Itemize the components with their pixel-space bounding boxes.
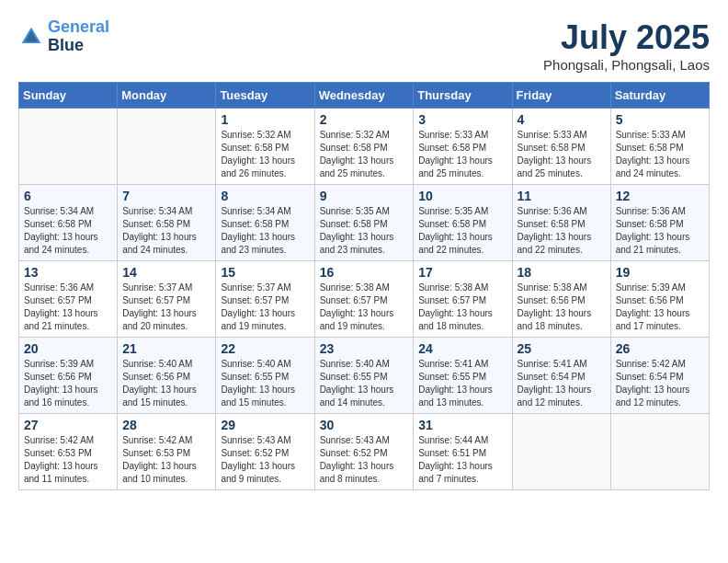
calendar-cell: 29Sunrise: 5:43 AMSunset: 6:52 PMDayligh… bbox=[216, 414, 314, 490]
calendar-cell: 30Sunrise: 5:43 AMSunset: 6:52 PMDayligh… bbox=[314, 414, 414, 490]
month-title: July 2025 bbox=[543, 18, 710, 57]
day-info: Sunrise: 5:38 AMSunset: 6:56 PMDaylight:… bbox=[518, 282, 606, 333]
day-number: 5 bbox=[616, 112, 704, 127]
calendar-cell bbox=[512, 414, 610, 490]
calendar-cell: 6Sunrise: 5:34 AMSunset: 6:58 PMDaylight… bbox=[19, 185, 118, 261]
day-info: Sunrise: 5:34 AMSunset: 6:58 PMDaylight:… bbox=[24, 205, 112, 257]
day-number: 11 bbox=[518, 189, 606, 203]
weekday-header-tuesday: Tuesday bbox=[216, 83, 314, 109]
calendar-cell: 4Sunrise: 5:33 AMSunset: 6:58 PMDaylight… bbox=[512, 109, 610, 185]
day-info: Sunrise: 5:39 AMSunset: 6:56 PMDaylight:… bbox=[24, 358, 112, 409]
calendar-cell: 24Sunrise: 5:41 AMSunset: 6:55 PMDayligh… bbox=[414, 338, 512, 414]
calendar-cell: 22Sunrise: 5:40 AMSunset: 6:55 PMDayligh… bbox=[216, 338, 314, 414]
day-info: Sunrise: 5:33 AMSunset: 6:58 PMDaylight:… bbox=[418, 129, 506, 180]
day-number: 26 bbox=[616, 341, 704, 356]
calendar-cell: 17Sunrise: 5:38 AMSunset: 6:57 PMDayligh… bbox=[414, 261, 512, 338]
calendar-cell: 27Sunrise: 5:42 AMSunset: 6:53 PMDayligh… bbox=[19, 414, 118, 490]
day-info: Sunrise: 5:41 AMSunset: 6:55 PMDaylight:… bbox=[418, 358, 506, 409]
day-info: Sunrise: 5:39 AMSunset: 6:56 PMDaylight:… bbox=[616, 282, 704, 333]
day-number: 2 bbox=[320, 112, 409, 127]
page-header: General Blue July 2025 Phongsali, Phongs… bbox=[18, 18, 710, 73]
calendar-cell: 20Sunrise: 5:39 AMSunset: 6:56 PMDayligh… bbox=[19, 338, 118, 414]
day-info: Sunrise: 5:43 AMSunset: 6:52 PMDaylight:… bbox=[320, 434, 409, 486]
day-info: Sunrise: 5:38 AMSunset: 6:57 PMDaylight:… bbox=[320, 282, 409, 333]
calendar-week-2: 6Sunrise: 5:34 AMSunset: 6:58 PMDaylight… bbox=[19, 185, 710, 261]
day-info: Sunrise: 5:43 AMSunset: 6:52 PMDaylight:… bbox=[221, 434, 309, 486]
weekday-header-friday: Friday bbox=[512, 83, 610, 109]
calendar-cell: 26Sunrise: 5:42 AMSunset: 6:54 PMDayligh… bbox=[610, 338, 709, 414]
day-number: 6 bbox=[24, 189, 112, 203]
day-number: 12 bbox=[616, 189, 704, 203]
calendar-cell: 10Sunrise: 5:35 AMSunset: 6:58 PMDayligh… bbox=[414, 185, 512, 261]
logo: General Blue bbox=[18, 18, 109, 55]
day-number: 16 bbox=[320, 265, 409, 280]
day-number: 17 bbox=[418, 265, 506, 280]
calendar-week-4: 20Sunrise: 5:39 AMSunset: 6:56 PMDayligh… bbox=[19, 338, 710, 414]
calendar-cell: 18Sunrise: 5:38 AMSunset: 6:56 PMDayligh… bbox=[512, 261, 610, 338]
day-number: 27 bbox=[24, 418, 112, 432]
calendar-cell: 19Sunrise: 5:39 AMSunset: 6:56 PMDayligh… bbox=[610, 261, 709, 338]
calendar-week-1: 1Sunrise: 5:32 AMSunset: 6:58 PMDaylight… bbox=[19, 109, 710, 185]
day-number: 15 bbox=[221, 265, 309, 280]
calendar-cell bbox=[19, 109, 118, 185]
calendar-cell: 1Sunrise: 5:32 AMSunset: 6:58 PMDaylight… bbox=[216, 109, 314, 185]
calendar-cell: 9Sunrise: 5:35 AMSunset: 6:58 PMDaylight… bbox=[314, 185, 414, 261]
day-info: Sunrise: 5:40 AMSunset: 6:56 PMDaylight:… bbox=[122, 358, 210, 409]
day-info: Sunrise: 5:41 AMSunset: 6:54 PMDaylight:… bbox=[518, 358, 606, 409]
day-info: Sunrise: 5:44 AMSunset: 6:51 PMDaylight:… bbox=[418, 434, 506, 486]
day-number: 9 bbox=[320, 189, 409, 203]
weekday-header-row: SundayMondayTuesdayWednesdayThursdayFrid… bbox=[19, 83, 710, 109]
weekday-header-wednesday: Wednesday bbox=[314, 83, 414, 109]
logo-text: General Blue bbox=[48, 18, 109, 55]
calendar-cell: 28Sunrise: 5:42 AMSunset: 6:53 PMDayligh… bbox=[118, 414, 216, 490]
day-number: 28 bbox=[122, 418, 210, 432]
weekday-header-sunday: Sunday bbox=[19, 83, 118, 109]
calendar-cell: 21Sunrise: 5:40 AMSunset: 6:56 PMDayligh… bbox=[118, 338, 216, 414]
day-number: 22 bbox=[221, 341, 309, 356]
day-info: Sunrise: 5:42 AMSunset: 6:53 PMDaylight:… bbox=[24, 434, 112, 486]
calendar-table: SundayMondayTuesdayWednesdayThursdayFrid… bbox=[18, 82, 710, 490]
calendar-cell: 12Sunrise: 5:36 AMSunset: 6:58 PMDayligh… bbox=[610, 185, 709, 261]
day-number: 23 bbox=[320, 341, 409, 356]
calendar-cell bbox=[118, 109, 216, 185]
day-info: Sunrise: 5:38 AMSunset: 6:57 PMDaylight:… bbox=[418, 282, 506, 333]
day-number: 14 bbox=[122, 265, 210, 280]
logo-icon bbox=[18, 24, 44, 50]
day-number: 29 bbox=[221, 418, 309, 432]
day-number: 3 bbox=[418, 112, 506, 127]
day-number: 31 bbox=[418, 418, 506, 432]
day-info: Sunrise: 5:35 AMSunset: 6:58 PMDaylight:… bbox=[418, 205, 506, 257]
calendar-cell bbox=[610, 414, 709, 490]
day-info: Sunrise: 5:37 AMSunset: 6:57 PMDaylight:… bbox=[122, 282, 210, 333]
calendar-cell: 5Sunrise: 5:33 AMSunset: 6:58 PMDaylight… bbox=[610, 109, 709, 185]
day-info: Sunrise: 5:42 AMSunset: 6:53 PMDaylight:… bbox=[122, 434, 210, 486]
calendar-cell: 15Sunrise: 5:37 AMSunset: 6:57 PMDayligh… bbox=[216, 261, 314, 338]
day-number: 21 bbox=[122, 341, 210, 356]
day-info: Sunrise: 5:42 AMSunset: 6:54 PMDaylight:… bbox=[616, 358, 704, 409]
title-block: July 2025 Phongsali, Phongsali, Laos bbox=[543, 18, 710, 73]
day-info: Sunrise: 5:32 AMSunset: 6:58 PMDaylight:… bbox=[320, 129, 409, 180]
day-info: Sunrise: 5:37 AMSunset: 6:57 PMDaylight:… bbox=[221, 282, 309, 333]
calendar-cell: 11Sunrise: 5:36 AMSunset: 6:58 PMDayligh… bbox=[512, 185, 610, 261]
calendar-cell: 23Sunrise: 5:40 AMSunset: 6:55 PMDayligh… bbox=[314, 338, 414, 414]
day-number: 1 bbox=[221, 112, 309, 127]
day-info: Sunrise: 5:32 AMSunset: 6:58 PMDaylight:… bbox=[221, 129, 309, 180]
day-info: Sunrise: 5:40 AMSunset: 6:55 PMDaylight:… bbox=[320, 358, 409, 409]
day-number: 30 bbox=[320, 418, 409, 432]
calendar-cell: 31Sunrise: 5:44 AMSunset: 6:51 PMDayligh… bbox=[414, 414, 512, 490]
calendar-cell: 14Sunrise: 5:37 AMSunset: 6:57 PMDayligh… bbox=[118, 261, 216, 338]
day-number: 25 bbox=[518, 341, 606, 356]
calendar-cell: 16Sunrise: 5:38 AMSunset: 6:57 PMDayligh… bbox=[314, 261, 414, 338]
day-number: 18 bbox=[518, 265, 606, 280]
calendar-week-3: 13Sunrise: 5:36 AMSunset: 6:57 PMDayligh… bbox=[19, 261, 710, 338]
day-info: Sunrise: 5:40 AMSunset: 6:55 PMDaylight:… bbox=[221, 358, 309, 409]
calendar-cell: 2Sunrise: 5:32 AMSunset: 6:58 PMDaylight… bbox=[314, 109, 414, 185]
calendar-cell: 3Sunrise: 5:33 AMSunset: 6:58 PMDaylight… bbox=[414, 109, 512, 185]
day-number: 19 bbox=[616, 265, 704, 280]
day-number: 7 bbox=[122, 189, 210, 203]
calendar-cell: 7Sunrise: 5:34 AMSunset: 6:58 PMDaylight… bbox=[118, 185, 216, 261]
day-info: Sunrise: 5:36 AMSunset: 6:58 PMDaylight:… bbox=[616, 205, 704, 257]
calendar-cell: 25Sunrise: 5:41 AMSunset: 6:54 PMDayligh… bbox=[512, 338, 610, 414]
weekday-header-saturday: Saturday bbox=[610, 83, 709, 109]
day-info: Sunrise: 5:33 AMSunset: 6:58 PMDaylight:… bbox=[616, 129, 704, 180]
